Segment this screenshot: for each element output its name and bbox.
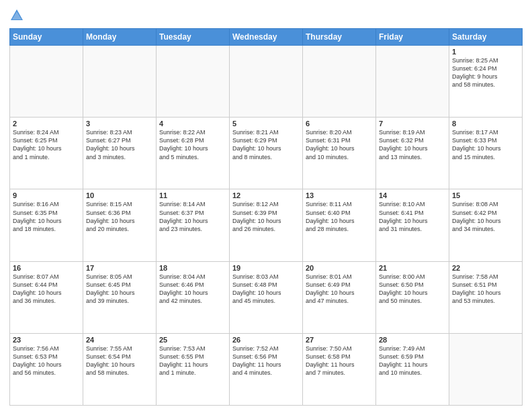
calendar-cell: 25Sunrise: 7:53 AM Sunset: 6:55 PM Dayli… [157,333,230,405]
day-info: Sunrise: 8:12 AM Sunset: 6:39 PM Dayligh… [232,200,300,233]
day-number: 13 [306,191,373,199]
day-number: 20 [306,264,373,272]
calendar-cell: 4Sunrise: 8:22 AM Sunset: 6:28 PM Daylig… [157,118,230,189]
calendar-cell [449,333,523,405]
calendar-cell [83,46,157,118]
day-number: 15 [452,191,519,199]
calendar-cell [10,46,83,118]
calendar-cell: 24Sunrise: 7:55 AM Sunset: 6:54 PM Dayli… [83,333,157,405]
day-header-tuesday: Tuesday [157,29,230,46]
day-info: Sunrise: 8:14 AM Sunset: 6:37 PM Dayligh… [159,200,226,233]
day-info: Sunrise: 7:58 AM Sunset: 6:51 PM Dayligh… [452,273,519,306]
calendar-cell [230,46,303,118]
day-info: Sunrise: 7:55 AM Sunset: 6:54 PM Dayligh… [86,345,153,377]
day-number: 28 [379,336,446,344]
calendar-cell: 26Sunrise: 7:52 AM Sunset: 6:56 PM Dayli… [230,333,303,405]
day-info: Sunrise: 8:25 AM Sunset: 6:24 PM Dayligh… [452,56,519,89]
calendar-cell: 21Sunrise: 8:00 AM Sunset: 6:50 PM Dayli… [376,261,449,333]
day-number: 8 [452,120,519,128]
logo [9,8,27,23]
day-info: Sunrise: 7:50 AM Sunset: 6:58 PM Dayligh… [306,345,373,377]
day-info: Sunrise: 8:05 AM Sunset: 6:45 PM Dayligh… [86,273,153,306]
day-number: 4 [159,120,226,128]
calendar-cell: 6Sunrise: 8:20 AM Sunset: 6:31 PM Daylig… [303,118,376,189]
day-header-saturday: Saturday [449,29,523,46]
day-info: Sunrise: 8:07 AM Sunset: 6:44 PM Dayligh… [13,273,80,306]
calendar-header-row: SundayMondayTuesdayWednesdayThursdayFrid… [10,29,523,46]
day-info: Sunrise: 7:52 AM Sunset: 6:56 PM Dayligh… [232,345,300,377]
day-header-wednesday: Wednesday [230,29,303,46]
day-number: 16 [13,264,80,272]
calendar-cell: 12Sunrise: 8:12 AM Sunset: 6:39 PM Dayli… [230,189,303,261]
calendar: SundayMondayTuesdayWednesdayThursdayFrid… [9,28,523,406]
day-number: 22 [452,264,519,272]
day-info: Sunrise: 8:20 AM Sunset: 6:31 PM Dayligh… [306,128,373,161]
day-info: Sunrise: 8:11 AM Sunset: 6:40 PM Dayligh… [306,200,373,233]
day-header-monday: Monday [83,29,157,46]
day-number: 11 [159,191,226,199]
logo-icon [9,8,24,23]
header [9,8,523,23]
day-info: Sunrise: 7:53 AM Sunset: 6:55 PM Dayligh… [159,345,226,377]
day-number: 27 [306,336,373,344]
day-info: Sunrise: 8:01 AM Sunset: 6:49 PM Dayligh… [306,273,373,306]
day-number: 18 [159,264,226,272]
calendar-cell: 19Sunrise: 8:03 AM Sunset: 6:48 PM Dayli… [230,261,303,333]
calendar-cell: 9Sunrise: 8:16 AM Sunset: 6:35 PM Daylig… [10,189,83,261]
calendar-week-4: 16Sunrise: 8:07 AM Sunset: 6:44 PM Dayli… [10,261,523,333]
day-header-friday: Friday [376,29,449,46]
day-info: Sunrise: 8:16 AM Sunset: 6:35 PM Dayligh… [13,200,80,233]
calendar-cell: 16Sunrise: 8:07 AM Sunset: 6:44 PM Dayli… [10,261,83,333]
day-number: 9 [13,191,80,199]
day-info: Sunrise: 8:00 AM Sunset: 6:50 PM Dayligh… [379,273,446,306]
day-info: Sunrise: 8:04 AM Sunset: 6:46 PM Dayligh… [159,273,226,306]
day-info: Sunrise: 8:17 AM Sunset: 6:33 PM Dayligh… [452,128,519,161]
day-number: 19 [232,264,300,272]
day-number: 3 [86,120,153,128]
day-number: 17 [86,264,153,272]
day-info: Sunrise: 8:10 AM Sunset: 6:41 PM Dayligh… [379,200,446,233]
calendar-cell: 8Sunrise: 8:17 AM Sunset: 6:33 PM Daylig… [449,118,523,189]
day-info: Sunrise: 8:23 AM Sunset: 6:27 PM Dayligh… [86,128,153,161]
calendar-cell: 5Sunrise: 8:21 AM Sunset: 6:29 PM Daylig… [230,118,303,189]
day-info: Sunrise: 8:08 AM Sunset: 6:42 PM Dayligh… [452,200,519,233]
day-number: 2 [13,120,80,128]
day-number: 14 [379,191,446,199]
day-number: 12 [232,191,300,199]
calendar-cell: 20Sunrise: 8:01 AM Sunset: 6:49 PM Dayli… [303,261,376,333]
calendar-week-2: 2Sunrise: 8:24 AM Sunset: 6:25 PM Daylig… [10,118,523,189]
calendar-cell [157,46,230,118]
calendar-cell: 10Sunrise: 8:15 AM Sunset: 6:36 PM Dayli… [83,189,157,261]
calendar-cell: 22Sunrise: 7:58 AM Sunset: 6:51 PM Dayli… [449,261,523,333]
day-info: Sunrise: 7:56 AM Sunset: 6:53 PM Dayligh… [13,345,80,377]
day-info: Sunrise: 8:15 AM Sunset: 6:36 PM Dayligh… [86,200,153,233]
calendar-cell: 7Sunrise: 8:19 AM Sunset: 6:32 PM Daylig… [376,118,449,189]
day-number: 7 [379,120,446,128]
calendar-cell: 27Sunrise: 7:50 AM Sunset: 6:58 PM Dayli… [303,333,376,405]
day-info: Sunrise: 8:24 AM Sunset: 6:25 PM Dayligh… [13,128,80,161]
calendar-cell: 28Sunrise: 7:49 AM Sunset: 6:59 PM Dayli… [376,333,449,405]
day-number: 23 [13,336,80,344]
day-number: 26 [232,336,300,344]
calendar-week-1: 1Sunrise: 8:25 AM Sunset: 6:24 PM Daylig… [10,46,523,118]
day-info: Sunrise: 8:22 AM Sunset: 6:28 PM Dayligh… [159,128,226,161]
day-number: 21 [379,264,446,272]
day-number: 10 [86,191,153,199]
day-number: 24 [86,336,153,344]
day-info: Sunrise: 8:21 AM Sunset: 6:29 PM Dayligh… [232,128,300,161]
day-header-sunday: Sunday [10,29,83,46]
day-number: 6 [306,120,373,128]
calendar-week-3: 9Sunrise: 8:16 AM Sunset: 6:35 PM Daylig… [10,189,523,261]
calendar-cell: 15Sunrise: 8:08 AM Sunset: 6:42 PM Dayli… [449,189,523,261]
calendar-cell: 14Sunrise: 8:10 AM Sunset: 6:41 PM Dayli… [376,189,449,261]
calendar-cell [303,46,376,118]
calendar-cell: 17Sunrise: 8:05 AM Sunset: 6:45 PM Dayli… [83,261,157,333]
page: SundayMondayTuesdayWednesdayThursdayFrid… [0,0,532,411]
day-info: Sunrise: 7:49 AM Sunset: 6:59 PM Dayligh… [379,345,446,377]
day-info: Sunrise: 8:03 AM Sunset: 6:48 PM Dayligh… [232,273,300,306]
day-header-thursday: Thursday [303,29,376,46]
calendar-cell: 18Sunrise: 8:04 AM Sunset: 6:46 PM Dayli… [157,261,230,333]
day-info: Sunrise: 8:19 AM Sunset: 6:32 PM Dayligh… [379,128,446,161]
calendar-cell: 2Sunrise: 8:24 AM Sunset: 6:25 PM Daylig… [10,118,83,189]
calendar-cell: 23Sunrise: 7:56 AM Sunset: 6:53 PM Dayli… [10,333,83,405]
